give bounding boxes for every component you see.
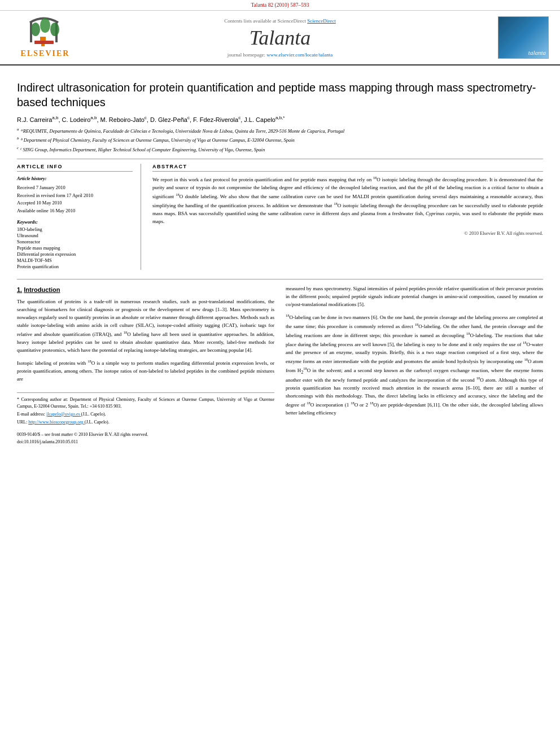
affiliation-c: c ᶜ SING Group, Informatics Department, …: [17, 145, 543, 154]
copyright-text: © 2010 Elsevier B.V. All rights reserved…: [152, 230, 543, 236]
keyword-5: Differential protein expression: [17, 251, 133, 257]
keyword-2: Ultrasound: [17, 233, 133, 238]
article-history-block: Article history: Received 7 January 2010…: [17, 175, 133, 215]
affiliation-a: a ᵃ REQUIMTE, Departamento de Química, F…: [17, 126, 543, 135]
article-title: Indirect ultrasonication for protein qua…: [17, 80, 543, 110]
journal-title-block: Contents lists available at ScienceDirec…: [79, 18, 481, 58]
header-divider: [17, 159, 543, 159]
intro-title-underline: Introduction: [24, 286, 60, 293]
keyword-1: 18O-labeling: [17, 226, 133, 232]
introduction-heading: 1. Introduction: [17, 285, 274, 295]
elsevier-wordmark: ELSEVIER: [21, 49, 70, 58]
footnotes-area: * Corresponding author at: Department of…: [17, 392, 274, 446]
accepted-date: Accepted 10 May 2010: [17, 200, 62, 206]
svg-point-6: [50, 23, 59, 36]
email-link[interactable]: jlcapelo@uvigo.es: [46, 412, 81, 417]
elsevier-logo: ELSEVIER: [11, 17, 79, 58]
keyword-6: MALDI-TOF-MS: [17, 257, 133, 263]
footnote-url: URL: http://www.bioscopegroup.org (J.L. …: [17, 419, 274, 426]
svg-rect-1: [40, 37, 46, 41]
talanta-logo-text: talanta: [528, 49, 546, 56]
keywords-label: Keywords:: [17, 219, 133, 225]
intro-para-1: The quantification of proteins is a trad…: [17, 298, 274, 355]
right-para-2: 18O-labeling can be done in two manners …: [286, 313, 543, 417]
talanta-logo-block: talanta: [481, 16, 549, 59]
elsevier-tree-icon: [24, 17, 67, 48]
bottom-identifiers: 0039-9140/$ – see front matter © 2010 El…: [17, 431, 274, 446]
contents-available-text: Contents lists available at ScienceDirec…: [79, 18, 481, 24]
science-direct-link[interactable]: ScienceDirect: [307, 18, 335, 24]
article-info-heading: ARTICLE INFO: [17, 164, 133, 172]
footnote-email: E-mail address: jlcapelo@uvigo.es (J.L. …: [17, 411, 274, 418]
body-section: 1. Introduction The quantification of pr…: [17, 279, 543, 445]
available-date: Available online 16 May 2010: [17, 208, 75, 213]
elsevier-branding: ELSEVIER: [11, 17, 79, 58]
intro-para-2: Isotopic labeling of proteins with 18O i…: [17, 359, 274, 383]
affiliation-b: b ᵇ Department of Physical Chemistry, Fa…: [17, 136, 543, 144]
footnote-corresponding: * Corresponding author at: Department of…: [17, 396, 274, 410]
doi-line: doi:10.1016/j.talanta.2010.05.011: [17, 439, 274, 446]
svg-point-5: [40, 18, 50, 33]
journal-citation-text: Talanta 82 (2010) 587–593: [251, 2, 309, 8]
abstract-column: ABSTRACT We report in this work a fast p…: [152, 164, 543, 270]
body-left-column: 1. Introduction The quantification of pr…: [17, 285, 274, 445]
affiliations-block: a ᵃ REQUIMTE, Departamento de Química, F…: [17, 126, 543, 154]
received-date: Received 7 January 2010: [17, 185, 65, 190]
article-info-column: ARTICLE INFO Article history: Received 7…: [17, 164, 141, 270]
history-label: Article history:: [17, 175, 133, 183]
abstract-heading: ABSTRACT: [152, 164, 543, 172]
journal-homepage-link[interactable]: www.elsevier.com/locate/talanta: [266, 52, 333, 58]
journal-citation-bar: Talanta 82 (2010) 587–593: [0, 0, 560, 11]
journal-homepage-line: journal homepage: www.elsevier.com/locat…: [79, 52, 481, 58]
keyword-7: Protein quantification: [17, 264, 133, 269]
svg-rect-7: [34, 41, 54, 44]
talanta-logo-image: talanta: [498, 16, 549, 59]
keyword-3: Sonoreactor: [17, 239, 133, 244]
main-content: Indirect ultrasonication for protein qua…: [0, 65, 560, 457]
keyword-4: Peptide mass mapping: [17, 245, 133, 251]
authors-line: R.J. Carreiraa,b, C. Lodeiroa,b, M. Rebo…: [17, 115, 543, 123]
url-link[interactable]: http://www.bioscopegroup.org: [28, 420, 85, 425]
info-abstract-section: ARTICLE INFO Article history: Received 7…: [17, 164, 543, 270]
received-revised-date: Received in revised form 17 April 2010: [17, 193, 93, 198]
journal-header: ELSEVIER Contents lists available at Sci…: [0, 11, 560, 65]
svg-point-4: [31, 23, 40, 36]
keywords-block: Keywords: 18O-labeling Ultrasound Sonore…: [17, 219, 133, 269]
body-right-column: measured by mass spectrometry. Signal in…: [286, 285, 543, 445]
abstract-text: We report in this work a fast protocol f…: [152, 175, 543, 226]
right-para-1: measured by mass spectrometry. Signal in…: [286, 285, 543, 309]
journal-title: Talanta: [79, 26, 481, 50]
issn-line: 0039-9140/$ – see front matter © 2010 El…: [17, 431, 274, 439]
